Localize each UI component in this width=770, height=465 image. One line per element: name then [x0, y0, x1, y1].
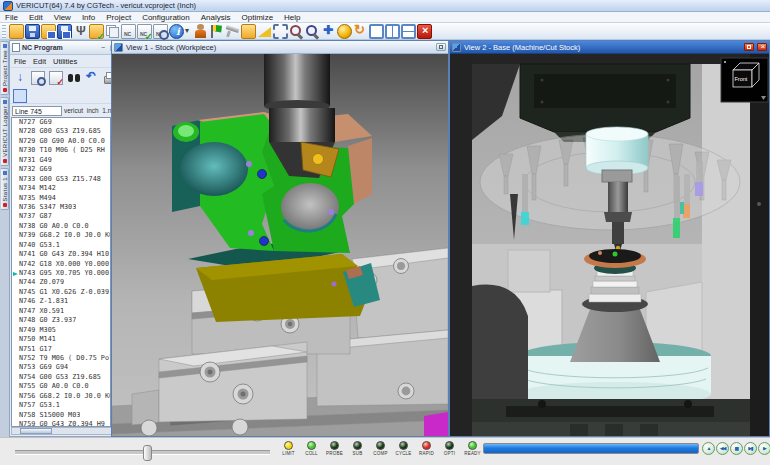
nc-line[interactable]: N741 G0 G43 Z0.394 H10: [12, 250, 110, 259]
open-in-process-icon[interactable]: [41, 24, 56, 39]
zoom-out-icon[interactable]: [305, 24, 320, 39]
layout-single-icon[interactable]: [369, 24, 384, 39]
side-tab-vericut-logger[interactable]: VERICUT Logger: [1, 97, 9, 166]
nc-line[interactable]: N735 M494: [12, 194, 110, 203]
info-icon[interactable]: [169, 24, 184, 39]
view2-titlebar[interactable]: View 2 - Base (Machine/Cut Stock): [450, 41, 769, 54]
side-tab-project-tree[interactable]: Project Tree: [1, 41, 9, 95]
view1-viewport[interactable]: [112, 54, 448, 436]
nc-code-list[interactable]: N727 G69N728 G00 G53 Z19.685N729 G0 G90 …: [11, 117, 111, 427]
menu-analysis[interactable]: Analysis: [201, 13, 231, 22]
nc-program-icon[interactable]: [121, 24, 136, 39]
play-button[interactable]: ▶: [758, 442, 770, 455]
nc-line[interactable]: N754 G00 G53 Z19.685: [12, 373, 110, 382]
zoom-in-icon[interactable]: [289, 24, 304, 39]
view1-maximize-icon[interactable]: [436, 43, 446, 51]
toolbar-grip[interactable]: [2, 25, 6, 38]
nc-line[interactable]: N751 G17: [12, 345, 110, 354]
verify-nc-icon[interactable]: [49, 71, 63, 85]
save-in-process-icon[interactable]: [57, 24, 72, 39]
info-dropdown-icon[interactable]: [185, 24, 192, 39]
menu-file[interactable]: File: [5, 13, 18, 22]
menu-edit[interactable]: Edit: [29, 13, 43, 22]
menu-project[interactable]: Project: [106, 13, 131, 22]
goto-line-icon[interactable]: [13, 71, 27, 85]
view1-scene[interactable]: [112, 54, 448, 436]
find-icon[interactable]: [67, 71, 81, 85]
nc-line[interactable]: N740 G53.1: [12, 241, 110, 250]
side-tab-status-1[interactable]: Status 1: [1, 168, 9, 210]
nc-line[interactable]: N752 T9 M06 ( D0.75 Pol: [12, 354, 110, 363]
open-report-icon[interactable]: [241, 24, 256, 39]
nc-line[interactable]: N729 G0 G90 A0.0 C0.0: [12, 137, 110, 146]
nc-menu-file[interactable]: File: [14, 57, 26, 66]
nc-menu-edit[interactable]: Edit: [33, 57, 46, 66]
open-setup-icon[interactable]: [89, 24, 104, 39]
nc-menu-utilities[interactable]: Utilities: [53, 57, 77, 66]
view2-scene[interactable]: Front: [450, 54, 769, 436]
nc-line[interactable]: N728 G00 G53 Z19.685: [12, 127, 110, 136]
reset-model-icon[interactable]: [353, 24, 368, 39]
menu-info[interactable]: Info: [82, 13, 95, 22]
sphere-view-icon[interactable]: [337, 24, 352, 39]
nc-verify-icon[interactable]: [137, 24, 152, 39]
view2-close-icon[interactable]: [757, 43, 767, 51]
undo-icon[interactable]: [85, 71, 99, 85]
view2-restore-icon[interactable]: [744, 43, 754, 51]
nc-horizontal-scrollbar[interactable]: [11, 427, 118, 435]
menu-configuration[interactable]: Configuration: [142, 13, 190, 22]
view2-viewport[interactable]: Front: [450, 54, 769, 436]
nc-line[interactable]: N744 Z0.079: [12, 278, 110, 287]
measure-caliper-icon[interactable]: [225, 24, 240, 39]
view1-titlebar[interactable]: View 1 - Stock (Workpiece): [112, 41, 448, 54]
stop-button[interactable]: ▮▮: [730, 442, 743, 455]
nc-line[interactable]: N731 G49: [12, 156, 110, 165]
nc-line[interactable]: N733 G00 G53 Z15.748: [12, 175, 110, 184]
nc-line[interactable]: N743 G95 X0.705 Y0.000: [12, 269, 110, 278]
nc-line[interactable]: N749 M305: [12, 326, 110, 335]
tool-manager-icon[interactable]: [73, 24, 88, 39]
nc-line[interactable]: N750 M141: [12, 335, 110, 344]
nc-line[interactable]: N759 G0 G43 Z0.394 H9: [12, 420, 110, 427]
nc-line[interactable]: N745 G1 X0.626 Z-0.039: [12, 288, 110, 297]
nc-line[interactable]: N739 G68.2 I0.0 J0.0 K0: [12, 231, 110, 240]
search-nc-icon[interactable]: [31, 71, 45, 85]
nc-line[interactable]: N757 G53.1: [12, 401, 110, 410]
orientation-cube[interactable]: Front: [721, 58, 768, 102]
nc-line[interactable]: N742 G18 X0.000 Y0.000: [12, 260, 110, 269]
simulation-speed-slider[interactable]: [15, 450, 270, 455]
rewind-button[interactable]: ◀◀: [716, 442, 729, 455]
menu-view[interactable]: View: [54, 13, 71, 22]
nc-line[interactable]: N738 G0 A0.0 C0.0: [12, 222, 110, 231]
nc-line[interactable]: N732 G69: [12, 165, 110, 174]
nc-panel-header[interactable]: NC Program − ◳: [10, 41, 119, 55]
section-wedge-icon[interactable]: [257, 24, 272, 39]
menu-help[interactable]: Help: [284, 13, 300, 22]
window-titlebar[interactable]: VERICUT(64) 7.4 by CGTech - vericut.vcpr…: [0, 0, 770, 12]
menu-optimize[interactable]: Optimize: [242, 13, 274, 22]
optimize-flag-icon[interactable]: [209, 24, 224, 39]
to-start-button[interactable]: ▲: [702, 442, 715, 455]
layout-two-vertical-icon[interactable]: [385, 24, 400, 39]
nc-line[interactable]: N737 G87: [12, 212, 110, 221]
scrollbar-thumb[interactable]: [20, 428, 52, 434]
open-project-icon[interactable]: [9, 24, 24, 39]
nc-minimize-icon[interactable]: −: [99, 44, 107, 51]
nc-line[interactable]: N755 G0 A0.0 C0.0: [12, 382, 110, 391]
close-view-icon[interactable]: [417, 24, 432, 39]
nc-line[interactable]: N730 T10 M06 ( D25 RH: [12, 146, 110, 155]
fit-view-icon[interactable]: [321, 24, 336, 39]
nc-line[interactable]: N736 S347 M303: [12, 203, 110, 212]
nc-line[interactable]: N746 Z-1.831: [12, 297, 110, 306]
select-marquee-icon[interactable]: [273, 24, 288, 39]
nc-line[interactable]: N748 G0 Z3.937: [12, 316, 110, 325]
nc-line[interactable]: N753 G69 G94: [12, 363, 110, 372]
compare-panes-icon[interactable]: [13, 89, 27, 103]
nc-review-icon[interactable]: [153, 24, 168, 39]
operator-icon[interactable]: [193, 24, 208, 39]
nc-line[interactable]: N747 X0.591: [12, 307, 110, 316]
layout-two-horizontal-icon[interactable]: [401, 24, 416, 39]
nc-line[interactable]: N734 M142: [12, 184, 110, 193]
slider-handle[interactable]: [143, 445, 152, 461]
nc-line[interactable]: N727 G69: [12, 118, 110, 127]
